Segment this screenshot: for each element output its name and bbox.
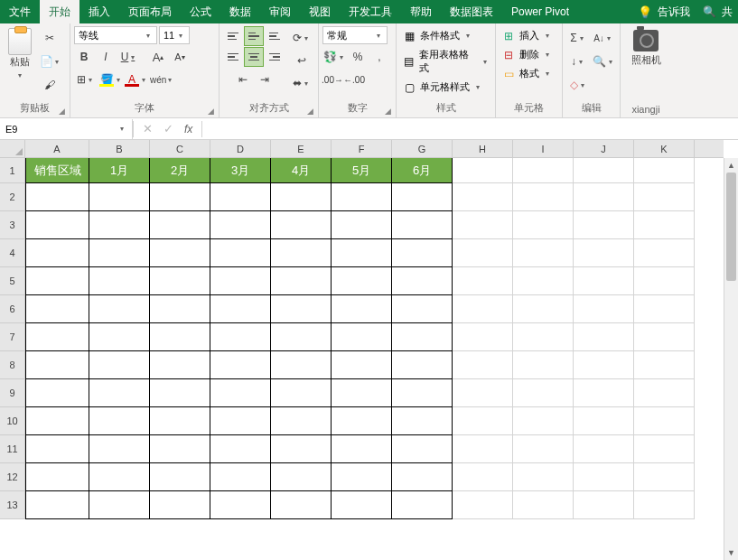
cell-D11[interactable] xyxy=(210,435,271,463)
cell-G1[interactable]: 6月 xyxy=(392,158,453,183)
align-middle-button[interactable] xyxy=(244,26,264,46)
cell-E10[interactable] xyxy=(271,407,332,435)
cell-G2[interactable] xyxy=(392,183,453,211)
formula-input[interactable] xyxy=(202,118,738,139)
menu-help[interactable]: 帮助 xyxy=(401,0,441,23)
cell-G10[interactable] xyxy=(392,407,453,435)
paste-dropdown[interactable]: ▾ xyxy=(15,71,24,79)
cell-G8[interactable] xyxy=(392,351,453,379)
cell-A12[interactable] xyxy=(25,463,89,491)
cell-H10[interactable] xyxy=(453,407,513,435)
cell-J5[interactable] xyxy=(574,267,634,295)
indent-button[interactable]: ⇥ xyxy=(255,70,275,89)
cell-C2[interactable] xyxy=(150,183,210,211)
cell-B5[interactable] xyxy=(89,267,150,295)
cell-E3[interactable] xyxy=(271,211,332,239)
cell-A4[interactable] xyxy=(25,239,89,267)
col-header-G[interactable]: G xyxy=(392,140,453,157)
format-cells-button[interactable]: ▭格式▾ xyxy=(500,66,554,81)
fx-button[interactable]: fx xyxy=(184,123,192,135)
cell-B3[interactable] xyxy=(89,211,150,239)
cell-A10[interactable] xyxy=(25,407,89,435)
col-header-E[interactable]: E xyxy=(271,140,332,157)
copy-button[interactable]: 📄▾ xyxy=(40,51,60,71)
row-header-4[interactable]: 4 xyxy=(0,239,24,267)
align-launcher[interactable]: ◢ xyxy=(307,107,316,116)
cell-B13[interactable] xyxy=(89,491,150,519)
cell-D6[interactable] xyxy=(210,295,271,323)
cell-A13[interactable] xyxy=(25,491,89,519)
cell-C13[interactable] xyxy=(150,491,210,519)
cell-F10[interactable] xyxy=(332,407,392,435)
cell-J11[interactable] xyxy=(574,435,634,463)
cell-G4[interactable] xyxy=(392,239,453,267)
menu-formula[interactable]: 公式 xyxy=(181,0,220,23)
col-header-D[interactable]: D xyxy=(210,140,271,157)
cell-C5[interactable] xyxy=(150,267,210,295)
cell-J2[interactable] xyxy=(574,183,634,211)
row-header-10[interactable]: 10 xyxy=(0,407,24,435)
cell-F6[interactable] xyxy=(332,295,392,323)
cell-E2[interactable] xyxy=(271,183,332,211)
cell-D7[interactable] xyxy=(210,323,271,351)
cell-A11[interactable] xyxy=(25,435,89,463)
cell-B1[interactable]: 1月 xyxy=(89,158,150,183)
col-header-C[interactable]: C xyxy=(150,140,210,157)
cell-B10[interactable] xyxy=(89,407,150,435)
cell-B6[interactable] xyxy=(89,295,150,323)
cell-I10[interactable] xyxy=(513,407,574,435)
bold-button[interactable]: B xyxy=(74,47,94,67)
cell-E8[interactable] xyxy=(271,351,332,379)
shrink-font-button[interactable]: A▾ xyxy=(170,47,190,67)
cell-K13[interactable] xyxy=(634,491,695,519)
cell-K9[interactable] xyxy=(634,379,695,407)
cell-H4[interactable] xyxy=(453,239,513,267)
cell-C11[interactable] xyxy=(150,435,210,463)
cell-C3[interactable] xyxy=(150,211,210,239)
conditional-format-button[interactable]: ▦条件格式▾ xyxy=(400,28,474,43)
cell-C4[interactable] xyxy=(150,239,210,267)
cell-I11[interactable] xyxy=(513,435,574,463)
menu-insert[interactable]: 插入 xyxy=(79,0,119,23)
row-header-9[interactable]: 9 xyxy=(0,379,24,407)
cell-J1[interactable] xyxy=(574,158,634,183)
cell-D8[interactable] xyxy=(210,351,271,379)
align-left-button[interactable] xyxy=(223,47,243,67)
delete-cells-button[interactable]: ⊟删除▾ xyxy=(500,47,554,62)
align-center-button[interactable] xyxy=(244,47,264,67)
cell-K4[interactable] xyxy=(634,239,695,267)
enter-formula-button[interactable]: ✓ xyxy=(163,122,173,135)
cell-A2[interactable] xyxy=(25,183,89,211)
cell-H2[interactable] xyxy=(453,183,513,211)
name-box[interactable]: E9▾ xyxy=(0,119,133,139)
phonetic-button[interactable]: wén▾ xyxy=(150,70,173,89)
cell-E12[interactable] xyxy=(271,463,332,491)
format-painter-button[interactable]: 🖌 xyxy=(40,75,60,95)
font-color-button[interactable]: A▾ xyxy=(125,70,148,89)
scroll-thumb[interactable] xyxy=(726,173,736,281)
cell-G13[interactable] xyxy=(392,491,453,519)
cell-F5[interactable] xyxy=(332,267,392,295)
cell-E1[interactable]: 4月 xyxy=(271,158,332,183)
decrease-decimal-button[interactable]: ←.00 xyxy=(344,70,364,89)
cell-G6[interactable] xyxy=(392,295,453,323)
cell-G5[interactable] xyxy=(392,267,453,295)
row-header-3[interactable]: 3 xyxy=(0,211,24,239)
cell-H13[interactable] xyxy=(453,491,513,519)
grow-font-button[interactable]: A▴ xyxy=(148,47,168,67)
cell-F1[interactable]: 5月 xyxy=(332,158,392,183)
vertical-scrollbar[interactable]: ▲ ▼ xyxy=(724,158,738,560)
autosum-button[interactable]: Σ▾ xyxy=(566,28,590,48)
col-header-B[interactable]: B xyxy=(89,140,150,157)
row-header-6[interactable]: 6 xyxy=(0,295,24,323)
cell-J8[interactable] xyxy=(574,351,634,379)
cell-K1[interactable] xyxy=(634,158,695,183)
cell-I1[interactable] xyxy=(513,158,574,183)
select-all-corner[interactable] xyxy=(0,140,25,158)
cell-D4[interactable] xyxy=(210,239,271,267)
clipboard-launcher[interactable]: ◢ xyxy=(59,107,68,116)
row-header-7[interactable]: 7 xyxy=(0,323,24,351)
cell-K10[interactable] xyxy=(634,407,695,435)
border-button[interactable]: ⊞▾ xyxy=(74,70,98,89)
cell-J6[interactable] xyxy=(574,295,634,323)
